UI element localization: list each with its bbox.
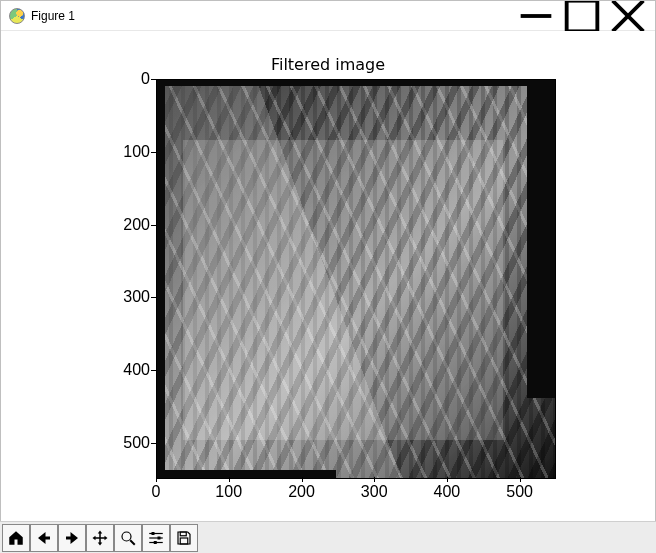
zoom-button[interactable] — [114, 524, 142, 552]
back-button[interactable] — [30, 524, 58, 552]
titlebar[interactable]: Figure 1 — [1, 1, 655, 31]
svg-rect-9 — [158, 536, 161, 539]
x-tick-label: 200 — [282, 483, 322, 501]
move-icon — [91, 529, 109, 547]
mpl-toolbar — [0, 521, 656, 553]
x-tick-label: 400 — [427, 483, 467, 501]
image-dark-margin — [157, 80, 165, 478]
y-tick-label: 100 — [110, 143, 150, 161]
x-tick-label: 0 — [136, 483, 176, 501]
window-title: Figure 1 — [31, 9, 75, 23]
plot-title: Filtered image — [1, 55, 655, 74]
maximize-button[interactable] — [559, 1, 605, 31]
home-icon — [7, 529, 25, 547]
svg-rect-7 — [152, 532, 155, 535]
magnifier-icon — [119, 529, 137, 547]
forward-button[interactable] — [58, 524, 86, 552]
svg-rect-11 — [154, 541, 157, 544]
x-tick-label: 500 — [500, 483, 540, 501]
floppy-disk-icon — [175, 529, 193, 547]
home-button[interactable] — [2, 524, 30, 552]
svg-line-5 — [130, 540, 135, 545]
sliders-icon — [147, 529, 165, 547]
x-tick-label: 300 — [354, 483, 394, 501]
y-tick-label: 400 — [110, 361, 150, 379]
image-dark-margin — [527, 80, 555, 398]
pan-button[interactable] — [86, 524, 114, 552]
svg-point-4 — [122, 532, 131, 541]
svg-rect-1 — [567, 0, 598, 31]
y-tick-label: 300 — [110, 288, 150, 306]
arrow-right-icon — [63, 529, 81, 547]
image-dark-margin — [157, 470, 336, 478]
x-tick-label: 100 — [209, 483, 249, 501]
svg-rect-13 — [180, 538, 188, 544]
figure-canvas[interactable]: Filtered image 0 100 200 300 400 500 0 1… — [1, 31, 655, 521]
minimize-button[interactable] — [513, 1, 559, 31]
arrow-left-icon — [35, 529, 53, 547]
close-button[interactable] — [605, 1, 651, 31]
app-icon — [9, 8, 25, 24]
y-tick-label: 0 — [110, 70, 150, 88]
y-tick-label: 500 — [110, 434, 150, 452]
filtered-region-overlay — [183, 140, 503, 440]
y-tick-label: 200 — [110, 216, 150, 234]
save-button[interactable] — [170, 524, 198, 552]
image-dark-margin — [157, 80, 555, 86]
image-axes[interactable] — [156, 79, 556, 479]
configure-subplots-button[interactable] — [142, 524, 170, 552]
svg-rect-12 — [180, 532, 186, 536]
